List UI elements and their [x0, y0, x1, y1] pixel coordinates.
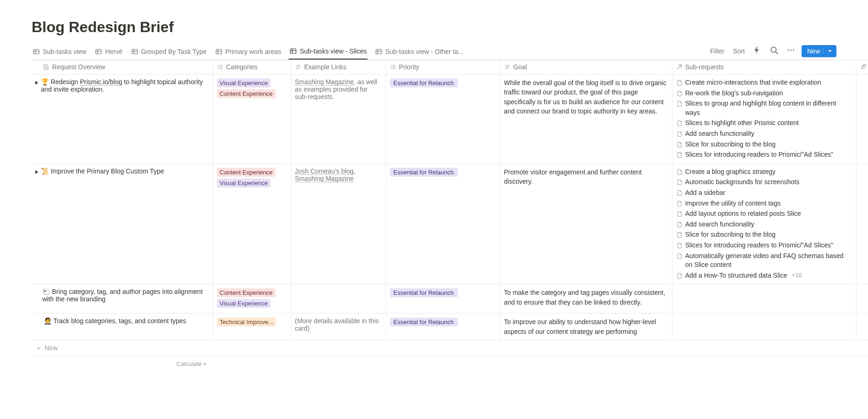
sort-button[interactable]: Sort: [731, 46, 747, 57]
col-goal[interactable]: Goal: [500, 60, 672, 74]
category-tag: Content Experience: [217, 288, 276, 297]
new-row-button[interactable]: ＋New: [32, 340, 868, 356]
svg-point-23: [217, 65, 218, 66]
col-categories[interactable]: Categories: [213, 60, 291, 74]
category-tag: Visual Experience: [217, 299, 271, 308]
sub-request-link[interactable]: Slices for introducing readers to Prismi…: [676, 241, 852, 250]
col-sub-requests[interactable]: Sub-requests: [672, 60, 856, 74]
goal-cell: To improve our ability to understand how…: [500, 313, 672, 340]
svg-line-19: [776, 52, 778, 54]
sub-request-link[interactable]: Add search functionality: [676, 129, 852, 139]
expand-toggle[interactable]: [35, 170, 38, 174]
col-request-overview[interactable]: Request Overview: [32, 60, 213, 74]
sub-request-link[interactable]: Add a sidebar: [676, 188, 852, 198]
row-title[interactable]: 🏆 Redesign Prismic.io/blog to highlight …: [41, 78, 209, 93]
search-button[interactable]: [768, 44, 780, 58]
more-button[interactable]: [785, 44, 797, 58]
svg-point-25: [217, 68, 218, 69]
sub-request-link[interactable]: Slice for subscribing to the blog: [676, 140, 852, 149]
view-tabs: Sub-tasks viewHervéGrouped By Task TypeP…: [32, 44, 836, 60]
expand-toggle[interactable]: [35, 81, 38, 85]
table-row[interactable]: 🏆 Redesign Prismic.io/blog to highlight …: [32, 74, 868, 164]
sub-request-link[interactable]: Create a blog graphics strategy: [676, 167, 852, 177]
col-example-links[interactable]: Example Links: [291, 60, 386, 74]
priority-tag: Essential for Relaunch: [390, 318, 458, 326]
category-tag: Visual Experience: [217, 179, 271, 187]
view-tab[interactable]: Grouped By Task Type: [130, 45, 208, 59]
example-links-cell: (More details available in this card): [291, 313, 386, 340]
table-row[interactable]: 🤵 Track blog categories, tags, and conte…: [32, 313, 868, 340]
example-links-cell: [291, 284, 386, 313]
table-row[interactable]: 📜 Improve the Primary Blog Custom TypeCo…: [32, 163, 868, 284]
calculate-button[interactable]: Calculate: [32, 357, 212, 367]
svg-rect-9: [216, 49, 222, 54]
sub-request-link[interactable]: Create micro-interactions that invite ex…: [676, 78, 852, 87]
category-tag: Content Experience: [217, 168, 276, 177]
svg-point-32: [390, 65, 391, 66]
priority-tag: Essential for Relaunch: [390, 79, 458, 87]
svg-point-21: [790, 50, 792, 51]
goal-cell: To make the category and tag pages visua…: [500, 284, 672, 313]
database-table: Request Overview Categories Example Link…: [32, 60, 868, 357]
row-title[interactable]: 🐑 Bring category, tag, and author pages …: [42, 288, 209, 303]
sub-request-link[interactable]: Slices to group and highlight blog conte…: [676, 99, 852, 117]
svg-point-24: [217, 67, 218, 67]
new-button-label: New: [807, 47, 820, 55]
more-count[interactable]: +10: [792, 271, 802, 279]
view-tab[interactable]: Primary work areas: [214, 45, 283, 59]
view-tab[interactable]: Sub-tasks view: [32, 45, 87, 59]
sub-request-link[interactable]: Slices to highlight other Prismic conten…: [676, 119, 852, 128]
page-title: Blog Redesign Brief: [32, 19, 836, 36]
svg-rect-15: [376, 49, 381, 54]
view-tab[interactable]: Sub-tasks view - Slices: [289, 45, 368, 60]
automations-button[interactable]: [751, 44, 763, 58]
svg-point-22: [793, 50, 794, 51]
row-title[interactable]: 📜 Improve the Primary Blog Custom Type: [41, 167, 164, 175]
svg-point-33: [390, 67, 391, 67]
svg-point-20: [788, 50, 789, 51]
svg-rect-6: [132, 49, 138, 54]
svg-point-34: [390, 68, 391, 69]
sub-request-link[interactable]: Automatically generate video and FAQ sch…: [676, 252, 852, 270]
sub-request-link[interactable]: Automatic backgrounds for screenshots: [676, 178, 852, 187]
view-tab[interactable]: Sub-tasks view - Other ta...: [374, 45, 465, 59]
goal-cell: Promote visitor engagement and further c…: [500, 163, 672, 284]
svg-rect-3: [96, 49, 101, 54]
goal-cell: While the overall goal of the blog itsel…: [500, 74, 672, 164]
sub-request-link[interactable]: Slices for introducing readers to Prismi…: [676, 150, 852, 160]
sub-request-link[interactable]: Slice for subscribing to the blog: [676, 230, 852, 239]
example-links-cell: Smashing Magazine, as well as examples p…: [291, 74, 386, 164]
svg-rect-0: [33, 49, 39, 54]
category-tag: Content Experience: [217, 89, 276, 98]
category-tag: Visual Experience: [217, 79, 271, 87]
col-priority[interactable]: Priority: [386, 60, 500, 74]
new-button-dropdown[interactable]: [823, 48, 833, 54]
table-row[interactable]: 🐑 Bring category, tag, and author pages …: [32, 284, 868, 313]
row-title[interactable]: 🤵 Track blog categories, tags, and conte…: [44, 317, 186, 325]
add-view-button[interactable]: [471, 50, 475, 54]
sub-request-link[interactable]: Re-work the blog's sub-navigation: [676, 89, 852, 98]
example-links-cell: Josh Comeau's blog, Smashing Magazine: [291, 163, 386, 284]
sub-request-link[interactable]: Add a How-To structured data Slice+10: [676, 271, 852, 280]
new-button[interactable]: New: [802, 45, 836, 57]
sub-request-link[interactable]: Add search functionality: [676, 220, 852, 229]
svg-rect-12: [290, 49, 296, 53]
sub-request-link[interactable]: Add layout options to related posts Slic…: [676, 209, 852, 219]
priority-tag: Essential for Relaunch: [390, 168, 458, 177]
sub-request-link[interactable]: Improve the utility of content tags: [676, 199, 852, 208]
category-tag: Technical Improve...: [217, 318, 276, 326]
filter-button[interactable]: Filter: [708, 46, 726, 57]
view-tab[interactable]: Hervé: [94, 45, 123, 59]
col-attachments[interactable]: [856, 60, 868, 74]
priority-tag: Essential for Relaunch: [390, 288, 458, 297]
